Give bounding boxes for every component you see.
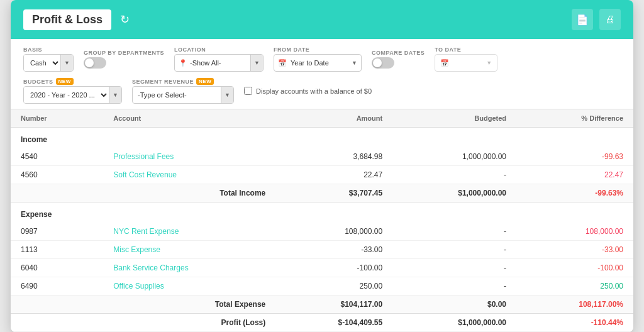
- total-expense-diff: 108,117.00%: [516, 296, 633, 314]
- col-number: Number: [11, 109, 103, 128]
- from-date-arrow-icon: ▼: [352, 60, 357, 66]
- main-window: Profit & Loss ↻ 📄 🖨 BASIS Cash ▼: [11, 0, 633, 332]
- row-amount: -33.00: [275, 241, 392, 259]
- location-inner: 📍: [175, 59, 250, 67]
- segment-input[interactable]: [133, 91, 221, 99]
- budgets-select[interactable]: 2020 - Year - 2020 ...: [24, 87, 109, 103]
- row-account[interactable]: Professional Fees: [103, 148, 275, 166]
- profit-amount: $-104,409.55: [275, 314, 392, 332]
- group-by-toggle[interactable]: [84, 57, 164, 69]
- from-date-group: FROM DATE 📅 Year to Date ▼: [274, 47, 362, 72]
- table-row: 4560 Soft Cost Revenue 22.47 - 22.47: [11, 166, 633, 184]
- row-budgeted: 1,000,000.00: [392, 148, 516, 166]
- row-budgeted: -: [392, 259, 516, 277]
- profit-label: Profit (Loss): [103, 314, 275, 332]
- segment-select-wrap[interactable]: ▼: [132, 86, 234, 104]
- page-title: Profit & Loss: [23, 9, 111, 30]
- segment-label: SEGMENT REVENUE: [132, 79, 194, 85]
- group-by-group: GROUP BY DEPARTMENTS: [84, 50, 164, 69]
- profit-budgeted: $1,000,000.00: [392, 314, 516, 332]
- budgets-select-wrap[interactable]: 2020 - Year - 2020 ... ▼: [23, 86, 122, 104]
- group-by-toggle-knob: [85, 58, 94, 67]
- table-header-row: Number Account Amount Budgeted % Differe…: [11, 109, 633, 128]
- table-row: 0987 NYC Rent Expense 108,000.00 - 108,0…: [11, 223, 633, 241]
- location-arrow-icon: ▼: [250, 55, 263, 71]
- row-budgeted: -: [392, 241, 516, 259]
- table-row: 6490 Office Supplies 250.00 - 250.00: [11, 277, 633, 296]
- total-income-row: Total Income $3,707.45 $1,000,000.00 -99…: [11, 184, 633, 202]
- print-button[interactable]: 🖨: [599, 9, 621, 30]
- basis-arrow-icon: ▼: [60, 55, 73, 71]
- profit-loss-table: Number Account Amount Budgeted % Differe…: [11, 109, 633, 332]
- budgets-label: BUDGETS: [23, 79, 53, 85]
- from-date-select[interactable]: 📅 Year to Date ▼: [274, 54, 362, 72]
- balance-checkbox-row[interactable]: Display accounts with a balance of $0: [244, 87, 372, 95]
- refresh-icon[interactable]: ↻: [120, 13, 130, 26]
- toolbar: BASIS Cash ▼ GROUP BY DEPARTMENTS: [11, 39, 633, 109]
- row-account[interactable]: Bank Service Charges: [103, 259, 275, 277]
- expense-label: Expense: [11, 202, 103, 223]
- from-date-value: Year to Date: [291, 59, 329, 67]
- row-account[interactable]: Misc Expense: [103, 241, 275, 259]
- location-input-wrap[interactable]: 📍 ▼: [174, 54, 264, 72]
- row-amount: 250.00: [275, 277, 392, 296]
- col-account: Account: [103, 109, 275, 128]
- table-row: 6040 Bank Service Charges -100.00 - -100…: [11, 259, 633, 277]
- header-right: 📄 🖨: [572, 9, 621, 30]
- calendar-icon: 📅: [278, 59, 287, 67]
- to-date-input[interactable]: 📅 ▼: [435, 54, 497, 72]
- account-link-misc-expense[interactable]: Misc Expense: [113, 245, 160, 254]
- compare-dates-group: COMPARE DATES: [372, 50, 425, 69]
- table-row: 4540 Professional Fees 3,684.98 1,000,00…: [11, 148, 633, 166]
- budgets-label-row: BUDGETS NEW: [23, 78, 122, 85]
- account-link-nyc-rent[interactable]: NYC Rent Expense: [113, 227, 179, 236]
- row-account[interactable]: NYC Rent Expense: [103, 223, 275, 241]
- total-expense-row: Total Expense $104,117.00 $0.00 108,117.…: [11, 296, 633, 314]
- row-amount: 3,684.98: [275, 148, 392, 166]
- col-budgeted: Budgeted: [392, 109, 516, 128]
- header: Profit & Loss ↻ 📄 🖨: [11, 0, 633, 39]
- row-amount: -100.00: [275, 259, 392, 277]
- row-account[interactable]: Office Supplies: [103, 277, 275, 296]
- basis-select[interactable]: Cash: [24, 55, 60, 71]
- row-number: 1113: [11, 241, 103, 259]
- row-number: 4560: [11, 166, 103, 184]
- compare-dates-label: COMPARE DATES: [372, 50, 425, 56]
- income-label: Income: [11, 128, 103, 148]
- account-link-office-supplies[interactable]: Office Supplies: [113, 282, 164, 290]
- compare-dates-toggle[interactable]: [372, 57, 425, 69]
- balance-checkbox[interactable]: [244, 87, 252, 95]
- location-input[interactable]: [190, 59, 247, 67]
- row-diff: 22.47: [516, 166, 633, 184]
- segment-group: SEGMENT REVENUE NEW ▼: [132, 78, 234, 104]
- col-diff: % Difference: [516, 109, 633, 128]
- budgets-badge: NEW: [56, 78, 74, 85]
- total-income-budgeted: $1,000,000.00: [392, 184, 516, 202]
- header-left: Profit & Loss ↻: [23, 9, 130, 30]
- compare-toggle-track[interactable]: [372, 57, 394, 69]
- account-link-bank-charges[interactable]: Bank Service Charges: [113, 263, 188, 272]
- row-account[interactable]: Soft Cost Revenue: [103, 166, 275, 184]
- row-diff: -33.00: [516, 241, 633, 259]
- from-date-label: FROM DATE: [274, 47, 362, 53]
- table-row: 1113 Misc Expense -33.00 - -33.00: [11, 241, 633, 259]
- group-by-toggle-track[interactable]: [84, 57, 106, 69]
- profit-loss-row: Profit (Loss) $-104,409.55 $1,000,000.00…: [11, 314, 633, 332]
- toolbar-row-2: BUDGETS NEW 2020 - Year - 2020 ... ▼ SEG…: [23, 78, 621, 104]
- basis-select-wrap[interactable]: Cash ▼: [23, 54, 74, 72]
- row-budgeted: -: [392, 166, 516, 184]
- row-diff: 250.00: [516, 277, 633, 296]
- row-number: 0987: [11, 223, 103, 241]
- copy-button[interactable]: 📄: [572, 9, 593, 30]
- account-link-professional-fees[interactable]: Professional Fees: [113, 152, 174, 161]
- total-income-amount: $3,707.45: [275, 184, 392, 202]
- basis-label: BASIS: [23, 47, 74, 53]
- account-link-soft-cost[interactable]: Soft Cost Revenue: [113, 170, 177, 179]
- group-by-label: GROUP BY DEPARTMENTS: [84, 50, 164, 56]
- total-income-diff: -99.63%: [516, 184, 633, 202]
- location-group: LOCATION 📍 ▼: [174, 47, 264, 72]
- total-expense-budgeted: $0.00: [392, 296, 516, 314]
- total-expense-label: Total Expense: [103, 296, 275, 314]
- to-date-cal-icon: 📅: [440, 59, 449, 67]
- row-amount: 22.47: [275, 166, 392, 184]
